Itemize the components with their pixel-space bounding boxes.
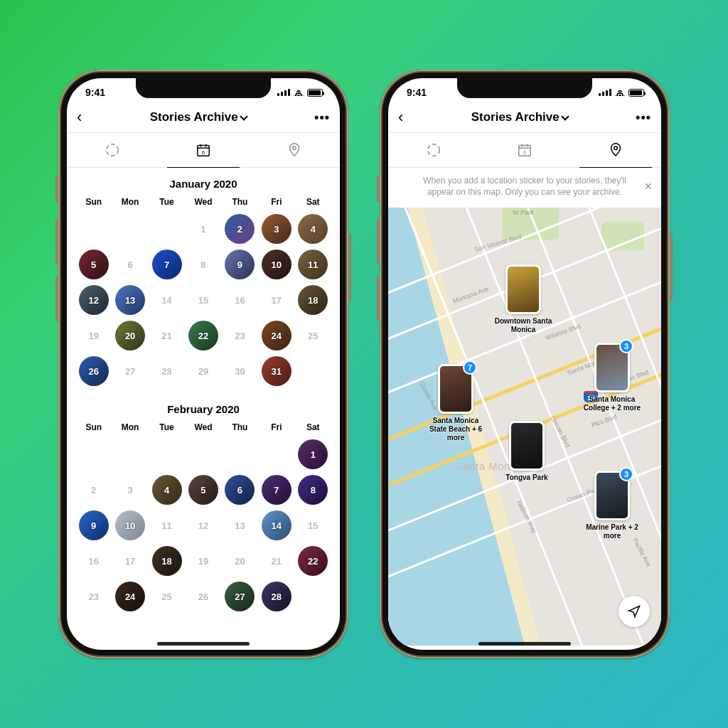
day-cell[interactable]: 12 (75, 285, 112, 315)
battery-icon (628, 89, 644, 97)
day-cell: 3 (112, 475, 148, 505)
status-indicators (277, 89, 323, 97)
phone-calendar: 9:41 ‹ Stories Archive ••• 6 (58, 70, 348, 658)
map-story-pin[interactable]: Tongva Park (495, 421, 559, 482)
day-cell[interactable]: 22 (185, 321, 221, 350)
location-pin-icon (608, 142, 623, 158)
pin-thumbnail: 7 (438, 364, 473, 414)
weekday-label: Fri (258, 422, 294, 432)
status-time: 9:41 (407, 87, 427, 98)
title-dropdown[interactable]: Stories Archive (471, 110, 568, 124)
tab-calendar[interactable]: 6 (158, 133, 249, 167)
month-grid: 1234567891011121314151617181920212223242… (67, 437, 340, 619)
weekday-label: Sat (295, 422, 331, 432)
svg-point-7 (614, 146, 618, 150)
day-story-bubble: 10 (262, 250, 291, 279)
close-icon[interactable]: ✕ (644, 180, 653, 193)
day-number: 15 (188, 285, 218, 315)
locate-me-button[interactable] (619, 596, 650, 627)
day-number: 19 (79, 321, 109, 350)
day-cell[interactable]: 27 (222, 582, 258, 611)
tab-stories[interactable] (67, 133, 158, 167)
day-cell: 27 (112, 356, 148, 386)
weekday-label: Sun (75, 197, 112, 207)
month-title: January 2020 (67, 168, 340, 197)
day-cell[interactable]: 9 (75, 510, 112, 540)
day-story-bubble: 27 (225, 582, 255, 611)
day-story-bubble: 18 (152, 546, 182, 576)
back-button[interactable]: ‹ (77, 109, 82, 125)
day-number: 13 (225, 510, 255, 540)
tab-stories[interactable] (388, 133, 479, 167)
day-cell[interactable]: 5 (75, 250, 112, 279)
month-grid: 1234567891011121314151617181920212223242… (67, 211, 340, 393)
day-cell[interactable]: 4 (295, 214, 331, 244)
day-cell[interactable]: 5 (185, 475, 221, 505)
day-cell[interactable]: 2 (222, 214, 258, 244)
tab-calendar[interactable]: 6 (479, 133, 570, 167)
day-cell[interactable]: 7 (258, 475, 294, 505)
weekday-label: Wed (185, 197, 221, 207)
map-story-pin[interactable]: Downtown Santa Monica (491, 264, 555, 334)
day-story-bubble: 24 (115, 582, 145, 611)
home-indicator[interactable] (478, 642, 571, 646)
day-number: 12 (188, 510, 218, 540)
day-cell[interactable]: 10 (112, 510, 148, 540)
calendar-scroll[interactable]: January 2020SunMonTueWedThuFriSat1234567… (67, 168, 340, 646)
day-cell[interactable]: 22 (295, 546, 331, 576)
day-cell[interactable]: 6 (222, 475, 258, 505)
wifi-icon (294, 89, 304, 96)
day-number: 15 (298, 510, 328, 540)
day-number: 21 (262, 546, 291, 576)
day-number: 11 (152, 510, 182, 540)
day-cell[interactable]: 9 (222, 250, 258, 279)
home-indicator[interactable] (157, 642, 250, 646)
weekday-label: Wed (185, 422, 221, 432)
day-cell[interactable]: 24 (112, 582, 148, 611)
day-cell[interactable]: 1 (295, 439, 331, 469)
weekday-label: Tue (149, 197, 185, 207)
day-cell[interactable]: 24 (258, 321, 294, 350)
day-cell[interactable]: 10 (258, 250, 294, 279)
day-cell[interactable]: 14 (258, 510, 294, 540)
day-cell[interactable]: 31 (258, 356, 294, 386)
day-cell[interactable]: 18 (295, 285, 331, 315)
day-number: 8 (188, 250, 218, 279)
day-cell[interactable]: 3 (258, 214, 294, 244)
day-number: 17 (115, 546, 145, 576)
tab-location[interactable] (570, 133, 661, 167)
day-cell: 28 (149, 356, 185, 386)
title-dropdown[interactable]: Stories Archive (150, 110, 247, 124)
battery-icon (307, 89, 323, 97)
day-cell: 25 (295, 321, 331, 350)
day-story-bubble: 22 (188, 321, 218, 350)
day-cell[interactable]: 28 (258, 582, 294, 611)
day-cell[interactable]: 8 (295, 475, 331, 505)
map-canvas[interactable]: W Park San Vicente Blvd Montana Ave Wils… (388, 208, 661, 646)
day-number: 2 (79, 475, 109, 505)
day-story-bubble: 26 (79, 356, 109, 386)
map-story-pin[interactable]: 3Santa Monica College + 2 more (580, 343, 644, 412)
day-cell: 14 (149, 285, 185, 315)
arrow-icon (627, 604, 641, 619)
day-story-bubble: 5 (79, 250, 109, 279)
map-story-pin[interactable]: 7Santa Monica State Beach + 6 more (424, 364, 488, 442)
pin-thumbnail: 3 (594, 343, 630, 392)
day-cell[interactable]: 26 (75, 356, 112, 386)
day-cell[interactable]: 18 (149, 546, 185, 576)
day-story-bubble: 13 (115, 285, 145, 315)
map-story-pin[interactable]: 3Marine Park + 2 more (580, 471, 644, 540)
day-cell[interactable]: 11 (295, 250, 331, 279)
day-cell[interactable]: 20 (112, 321, 148, 350)
svg-text:6: 6 (202, 149, 205, 156)
stories-ring-icon (105, 142, 120, 158)
day-cell[interactable]: 4 (149, 475, 185, 505)
day-number: 14 (152, 285, 182, 315)
tab-location[interactable] (249, 133, 340, 167)
day-cell[interactable]: 13 (112, 285, 148, 315)
day-cell: 19 (185, 546, 221, 576)
day-cell[interactable]: 7 (149, 250, 185, 279)
pin-thumbnail (509, 421, 545, 471)
back-button[interactable]: ‹ (398, 109, 403, 125)
weekday-label: Fri (258, 197, 294, 207)
